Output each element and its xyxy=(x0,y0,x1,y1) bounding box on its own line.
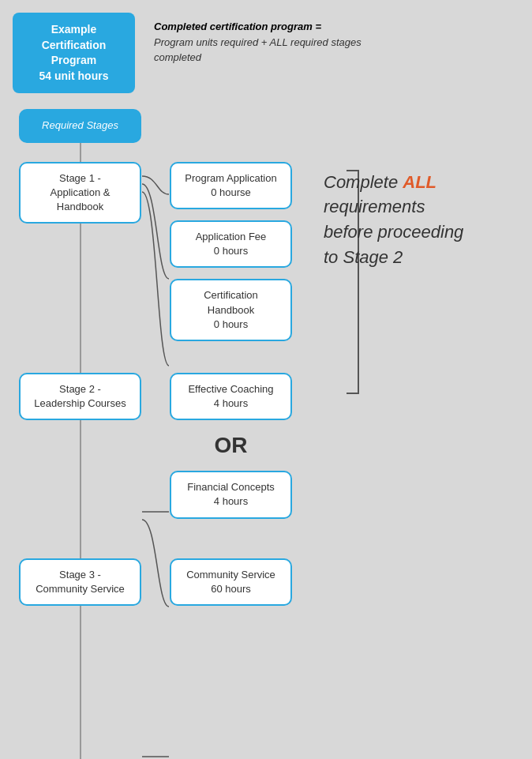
header-description-text: Program units required + ALL required st… xyxy=(154,35,391,66)
req-effective-coaching-name: Effective Coaching xyxy=(188,383,273,395)
required-stages-box: Required Stages xyxy=(19,109,141,142)
stage3-requirements: Community Service 60 hours xyxy=(170,558,292,606)
stage1-label: Stage 1 -Application &Handbook xyxy=(51,172,111,212)
header: Example Certification Program 54 unit ho… xyxy=(13,13,519,93)
cert-title-line1: Example xyxy=(51,23,97,36)
req-program-application: Program Application 0 hourse xyxy=(170,162,292,209)
required-stages-label: Required Stages xyxy=(42,119,118,131)
stage2-requirements: Effective Coaching 4 hours OR Financial … xyxy=(170,373,292,519)
req-certification-handbook: CertificationHandbook 0 hours xyxy=(170,279,292,341)
header-description: Completed certification program = Progra… xyxy=(154,13,391,66)
or-text: OR xyxy=(170,433,292,458)
stage2-label: Stage 2 -Leadership Courses xyxy=(34,383,126,409)
all-highlight: ALL xyxy=(403,172,436,192)
stage3-box: Stage 3 -Community Service xyxy=(19,558,141,606)
req-community-service-hours: 60 hours xyxy=(211,583,251,595)
req-certification-handbook-hours: 0 hours xyxy=(214,318,248,330)
req-application-fee-name: Application Fee xyxy=(196,231,267,242)
cert-title-line2: Certification Program xyxy=(42,39,107,67)
req-community-service: Community Service 60 hours xyxy=(170,558,292,606)
req-community-service-name: Community Service xyxy=(186,569,275,581)
req-financial-concepts: Financial Concepts 4 hours xyxy=(170,471,292,518)
cert-title-line3: 54 unit hours xyxy=(39,70,109,82)
req-application-fee-hours: 0 hours xyxy=(214,245,248,257)
req-financial-concepts-name: Financial Concepts xyxy=(187,481,275,493)
stage3-label: Stage 3 -Community Service xyxy=(36,569,125,595)
stage1-box: Stage 1 -Application &Handbook xyxy=(19,162,141,224)
header-description-bold: Completed certification program = xyxy=(154,21,321,32)
req-certification-handbook-name: CertificationHandbook xyxy=(204,289,258,315)
stage2-box: Stage 2 -Leadership Courses xyxy=(19,373,141,420)
req-financial-concepts-hours: 4 hours xyxy=(214,495,248,507)
main-certification-box: Example Certification Program 54 unit ho… xyxy=(13,13,135,93)
req-effective-coaching: Effective Coaching 4 hours xyxy=(170,373,292,420)
complete-all-text: Complete ALL requirements before proceed… xyxy=(324,170,463,271)
req-effective-coaching-hours: 4 hours xyxy=(214,397,248,409)
req-application-fee: Application Fee 0 hours xyxy=(170,220,292,268)
stage1-requirements: Program Application 0 hourse Application… xyxy=(170,162,292,341)
req-program-application-hours: 0 hourse xyxy=(211,186,251,198)
req-program-application-name: Program Application xyxy=(185,172,276,184)
